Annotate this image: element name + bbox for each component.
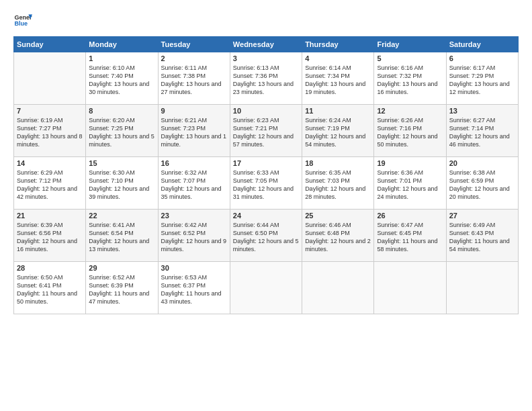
calendar-cell: 30Sunrise: 6:53 AMSunset: 6:37 PMDayligh… [158, 262, 230, 314]
calendar-cell [302, 262, 374, 314]
calendar-cell: 18Sunrise: 6:35 AMSunset: 7:03 PMDayligh… [302, 157, 374, 210]
header: General Blue [13, 11, 519, 30]
cell-sun-info: Sunrise: 6:52 AMSunset: 6:39 PMDaylight:… [89, 273, 154, 306]
calendar-cell [14, 52, 86, 105]
day-number: 21 [17, 212, 83, 220]
calendar-cell: 6Sunrise: 6:17 AMSunset: 7:29 PMDaylight… [446, 52, 518, 105]
calendar-week-row: 28Sunrise: 6:50 AMSunset: 6:41 PMDayligh… [14, 262, 519, 314]
calendar-cell: 25Sunrise: 6:46 AMSunset: 6:48 PMDayligh… [302, 210, 374, 262]
cell-sun-info: Sunrise: 6:32 AMSunset: 7:07 PMDaylight:… [161, 169, 227, 201]
day-number: 15 [89, 159, 154, 167]
calendar-cell: 23Sunrise: 6:42 AMSunset: 6:52 PMDayligh… [158, 210, 230, 262]
calendar-cell: 20Sunrise: 6:38 AMSunset: 6:59 PMDayligh… [446, 157, 518, 210]
calendar-week-row: 21Sunrise: 6:39 AMSunset: 6:56 PMDayligh… [14, 210, 519, 262]
calendar-cell: 12Sunrise: 6:26 AMSunset: 7:16 PMDayligh… [374, 105, 446, 157]
cell-sun-info: Sunrise: 6:33 AMSunset: 7:05 PMDaylight:… [233, 169, 299, 201]
calendar-cell [374, 262, 446, 314]
calendar-cell: 19Sunrise: 6:36 AMSunset: 7:01 PMDayligh… [374, 157, 446, 210]
calendar-cell: 29Sunrise: 6:52 AMSunset: 6:39 PMDayligh… [86, 262, 158, 314]
calendar-cell [446, 262, 518, 314]
cell-sun-info: Sunrise: 6:19 AMSunset: 7:27 PMDaylight:… [17, 116, 83, 149]
day-number: 11 [305, 107, 371, 115]
day-number: 19 [377, 159, 443, 167]
weekday-header-friday: Friday [374, 37, 446, 52]
day-number: 24 [233, 212, 299, 220]
weekday-header-monday: Monday [86, 37, 158, 52]
cell-sun-info: Sunrise: 6:44 AMSunset: 6:50 PMDaylight:… [233, 221, 299, 254]
logo-icon: General Blue [13, 11, 32, 30]
day-number: 9 [161, 107, 227, 115]
cell-sun-info: Sunrise: 6:24 AMSunset: 7:19 PMDaylight:… [305, 116, 371, 149]
cell-sun-info: Sunrise: 6:38 AMSunset: 6:59 PMDaylight:… [449, 169, 515, 201]
day-number: 14 [17, 159, 83, 167]
cell-sun-info: Sunrise: 6:50 AMSunset: 6:41 PMDaylight:… [17, 273, 83, 306]
day-number: 1 [89, 54, 154, 62]
page: General Blue SundayMondayTuesdayWednesda… [0, 0, 532, 411]
day-number: 6 [449, 54, 515, 62]
calendar-cell: 8Sunrise: 6:20 AMSunset: 7:25 PMDaylight… [86, 105, 158, 157]
cell-sun-info: Sunrise: 6:16 AMSunset: 7:32 PMDaylight:… [377, 64, 443, 97]
calendar-cell: 17Sunrise: 6:33 AMSunset: 7:05 PMDayligh… [230, 157, 302, 210]
day-number: 3 [233, 54, 299, 62]
calendar-cell: 26Sunrise: 6:47 AMSunset: 6:45 PMDayligh… [374, 210, 446, 262]
cell-sun-info: Sunrise: 6:49 AMSunset: 6:43 PMDaylight:… [449, 221, 515, 254]
day-number: 23 [161, 212, 227, 220]
calendar-cell: 28Sunrise: 6:50 AMSunset: 6:41 PMDayligh… [14, 262, 86, 314]
cell-sun-info: Sunrise: 6:14 AMSunset: 7:34 PMDaylight:… [305, 64, 371, 97]
day-number: 25 [305, 212, 371, 220]
calendar-cell: 11Sunrise: 6:24 AMSunset: 7:19 PMDayligh… [302, 105, 374, 157]
calendar-week-row: 14Sunrise: 6:29 AMSunset: 7:12 PMDayligh… [14, 157, 519, 210]
cell-sun-info: Sunrise: 6:21 AMSunset: 7:23 PMDaylight:… [161, 116, 227, 149]
weekday-header-thursday: Thursday [302, 37, 374, 52]
cell-sun-info: Sunrise: 6:17 AMSunset: 7:29 PMDaylight:… [449, 64, 515, 97]
weekday-header-saturday: Saturday [446, 37, 518, 52]
calendar-cell: 5Sunrise: 6:16 AMSunset: 7:32 PMDaylight… [374, 52, 446, 105]
calendar-cell: 1Sunrise: 6:10 AMSunset: 7:40 PMDaylight… [86, 52, 158, 105]
calendar-cell: 3Sunrise: 6:13 AMSunset: 7:36 PMDaylight… [230, 52, 302, 105]
day-number: 26 [377, 212, 443, 220]
day-number: 28 [17, 264, 83, 272]
day-number: 27 [449, 212, 515, 220]
calendar-cell: 14Sunrise: 6:29 AMSunset: 7:12 PMDayligh… [14, 157, 86, 210]
calendar-week-row: 7Sunrise: 6:19 AMSunset: 7:27 PMDaylight… [14, 105, 519, 157]
calendar-cell: 9Sunrise: 6:21 AMSunset: 7:23 PMDaylight… [158, 105, 230, 157]
cell-sun-info: Sunrise: 6:27 AMSunset: 7:14 PMDaylight:… [449, 116, 515, 149]
weekday-header-tuesday: Tuesday [158, 37, 230, 52]
cell-sun-info: Sunrise: 6:23 AMSunset: 7:21 PMDaylight:… [233, 116, 299, 149]
calendar-cell: 7Sunrise: 6:19 AMSunset: 7:27 PMDaylight… [14, 105, 86, 157]
calendar-cell: 2Sunrise: 6:11 AMSunset: 7:38 PMDaylight… [158, 52, 230, 105]
cell-sun-info: Sunrise: 6:46 AMSunset: 6:48 PMDaylight:… [305, 221, 371, 254]
day-number: 5 [377, 54, 443, 62]
cell-sun-info: Sunrise: 6:30 AMSunset: 7:10 PMDaylight:… [89, 169, 154, 201]
day-number: 2 [161, 54, 227, 62]
cell-sun-info: Sunrise: 6:11 AMSunset: 7:38 PMDaylight:… [161, 64, 227, 97]
day-number: 20 [449, 159, 515, 167]
day-number: 30 [161, 264, 227, 272]
cell-sun-info: Sunrise: 6:13 AMSunset: 7:36 PMDaylight:… [233, 64, 299, 97]
cell-sun-info: Sunrise: 6:39 AMSunset: 6:56 PMDaylight:… [17, 221, 83, 254]
logo: General Blue [13, 11, 32, 30]
calendar-cell [230, 262, 302, 314]
svg-text:Blue: Blue [14, 20, 28, 27]
weekday-header-wednesday: Wednesday [230, 37, 302, 52]
day-number: 4 [305, 54, 371, 62]
calendar-cell: 24Sunrise: 6:44 AMSunset: 6:50 PMDayligh… [230, 210, 302, 262]
calendar-cell: 21Sunrise: 6:39 AMSunset: 6:56 PMDayligh… [14, 210, 86, 262]
calendar-cell: 27Sunrise: 6:49 AMSunset: 6:43 PMDayligh… [446, 210, 518, 262]
day-number: 22 [89, 212, 154, 220]
cell-sun-info: Sunrise: 6:35 AMSunset: 7:03 PMDaylight:… [305, 169, 371, 201]
calendar-cell: 22Sunrise: 6:41 AMSunset: 6:54 PMDayligh… [86, 210, 158, 262]
weekday-header-sunday: Sunday [14, 37, 86, 52]
cell-sun-info: Sunrise: 6:26 AMSunset: 7:16 PMDaylight:… [377, 116, 443, 149]
cell-sun-info: Sunrise: 6:29 AMSunset: 7:12 PMDaylight:… [17, 169, 83, 201]
cell-sun-info: Sunrise: 6:53 AMSunset: 6:37 PMDaylight:… [161, 273, 227, 306]
day-number: 18 [305, 159, 371, 167]
cell-sun-info: Sunrise: 6:36 AMSunset: 7:01 PMDaylight:… [377, 169, 443, 201]
calendar-table: SundayMondayTuesdayWednesdayThursdayFrid… [13, 36, 519, 314]
calendar-cell: 4Sunrise: 6:14 AMSunset: 7:34 PMDaylight… [302, 52, 374, 105]
calendar-cell: 16Sunrise: 6:32 AMSunset: 7:07 PMDayligh… [158, 157, 230, 210]
day-number: 16 [161, 159, 227, 167]
calendar-week-row: 1Sunrise: 6:10 AMSunset: 7:40 PMDaylight… [14, 52, 519, 105]
calendar-cell: 10Sunrise: 6:23 AMSunset: 7:21 PMDayligh… [230, 105, 302, 157]
calendar-cell: 13Sunrise: 6:27 AMSunset: 7:14 PMDayligh… [446, 105, 518, 157]
